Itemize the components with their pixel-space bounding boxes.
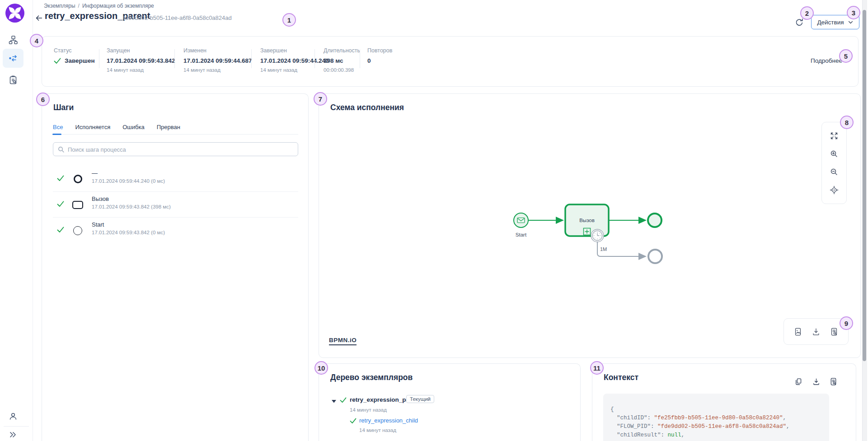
diagram-controls: [821, 122, 847, 204]
sidebar-item-instances[interactable]: [8, 53, 18, 63]
timer-label: 1M: [600, 246, 607, 252]
start-event-label: Start: [516, 232, 527, 237]
download-icon: [812, 327, 821, 336]
step-time: 17.01.2024 09:59:43.842 (398 мс): [92, 204, 171, 209]
user-icon: [8, 411, 18, 421]
annotation-badge-10: 10: [314, 361, 328, 375]
modified-value: 17.01.2024 09:59:44.687: [183, 57, 252, 64]
step-name: —: [92, 170, 98, 176]
copy-context-button[interactable]: [794, 377, 802, 386]
context-json-viewer: { "childID": "fe25fbb9-b505-11ee-9d80-0a…: [603, 394, 829, 441]
sidebar-expand-button[interactable]: [8, 430, 18, 440]
actions-button-label: Действия: [817, 19, 844, 26]
active-tab-underline: [52, 134, 61, 135]
instance-tree-panel: Дерево экземпляров retry_expression_pare…: [319, 363, 581, 441]
tab-interrupted[interactable]: Прерван: [157, 124, 180, 135]
zoom-in-icon: [829, 149, 839, 159]
breadcrumb-current-page: Информация об экземпляре: [82, 3, 154, 9]
diagram-export-toolbar: [784, 318, 849, 345]
step-time: 17.01.2024 09:59:43.842 (0 мс): [92, 230, 165, 235]
sidebar-item-tasks[interactable]: [8, 75, 18, 85]
context-panel-title: Контекст: [604, 373, 638, 382]
steps-panel-title: Шаги: [53, 103, 74, 112]
annotation-badge-5: 5: [839, 49, 853, 63]
page-scrollbar-thumb[interactable]: [863, 10, 866, 361]
download-context-button[interactable]: [812, 377, 821, 386]
tasks-icon: [8, 75, 18, 85]
steps-panel: Шаги Все Исполняется Ошибка Прерван — 17…: [42, 93, 309, 441]
finished-value: 17.01.2024 09:59:44.240: [260, 57, 329, 64]
fit-screen-button[interactable]: [829, 131, 839, 141]
check-icon: [340, 397, 347, 403]
step-row-start-event[interactable]: Start 17.01.2024 09:59:43.842 (0 мс): [53, 218, 298, 243]
annotation-badge-6: 6: [36, 93, 50, 106]
app-root: Экземпляры / Информация об экземпляре re…: [0, 0, 868, 441]
check-icon: [57, 201, 64, 207]
instances-icon: [8, 53, 18, 63]
zoom-out-button[interactable]: [829, 167, 839, 177]
tree-node-child-link[interactable]: retry_expression_child: [359, 417, 418, 424]
retries-value: 0: [367, 57, 371, 64]
duration-exact: 00:00:00.398: [324, 67, 354, 73]
bpmn-start-event[interactable]: Start: [514, 213, 528, 237]
details-link[interactable]: Подробнее: [811, 57, 842, 64]
bpmn-end-event[interactable]: [648, 214, 662, 227]
step-search: [53, 142, 298, 156]
app-logo[interactable]: [5, 3, 25, 23]
logo-icon: [5, 3, 25, 23]
check-icon: [54, 58, 61, 64]
annotation-badge-9: 9: [840, 316, 853, 330]
download-diagram-button[interactable]: [812, 327, 821, 336]
step-search-input[interactable]: [67, 143, 295, 157]
check-icon: [57, 175, 64, 181]
start-event-icon: [72, 218, 84, 243]
tree-node-parent-time: 14 минут назад: [350, 407, 387, 413]
file-search-icon: [830, 327, 839, 336]
breadcrumb-instances-link[interactable]: Экземпляры: [44, 3, 75, 9]
center-focus-icon: [829, 185, 839, 195]
breadcrumb-separator: /: [78, 3, 80, 9]
export-image-button[interactable]: [793, 327, 802, 336]
copy-icon: [794, 377, 802, 386]
zoom-out-icon: [829, 167, 839, 177]
status-divider: [314, 49, 315, 68]
collapse-icon: [8, 430, 18, 440]
refresh-icon: [794, 18, 804, 28]
caret-down-icon: [332, 400, 336, 403]
file-search-icon: [829, 377, 838, 386]
status-card: Статус Завершен Запущен 17.01.2024 09:59…: [42, 36, 859, 87]
bpmn-end-event-timer-path[interactable]: [648, 250, 662, 263]
end-event-icon: [72, 166, 84, 192]
step-row-task[interactable]: Вызов 17.01.2024 09:59:43.842 (398 мс): [53, 192, 298, 218]
refresh-button[interactable]: [794, 18, 804, 28]
tree-collapse-caret[interactable]: [332, 400, 336, 403]
annotation-badge-4: 4: [30, 34, 43, 47]
fit-screen-icon: [829, 131, 839, 141]
zoom-in-button[interactable]: [829, 149, 839, 159]
chevron-down-icon: [848, 19, 854, 25]
annotation-badge-11: 11: [590, 361, 604, 375]
sidebar-item-user[interactable]: [8, 411, 18, 421]
started-label: Запущен: [107, 47, 130, 54]
started-value: 17.01.2024 09:59:43.842: [107, 57, 175, 64]
current-instance-badge: Текущий: [406, 395, 434, 403]
tab-error[interactable]: Ошибка: [122, 124, 144, 135]
sidebar-item-processes[interactable]: [8, 35, 18, 45]
bpmn-canvas[interactable]: Start Вызов 1M: [319, 94, 861, 357]
back-button[interactable]: [34, 14, 43, 23]
center-diagram-button[interactable]: [829, 185, 839, 195]
back-arrow-icon: [34, 14, 43, 23]
tree-panel-title: Дерево экземпляров: [330, 373, 413, 382]
modified-label: Изменен: [183, 47, 206, 54]
step-row-end-event[interactable]: — 17.01.2024 09:59:44.240 (0 мс): [53, 166, 298, 192]
view-diagram-source-button[interactable]: [830, 327, 839, 336]
task-icon: [72, 192, 84, 218]
status-label: Статус: [54, 47, 72, 54]
bpmn-io-logo[interactable]: BPMN.iO: [329, 337, 357, 345]
export-image-icon: [793, 327, 802, 336]
view-context-source-button[interactable]: [829, 377, 838, 386]
annotation-badge-7: 7: [314, 92, 327, 106]
annotation-badge-1: 1: [282, 13, 296, 27]
processes-icon: [8, 35, 18, 45]
tab-running[interactable]: Исполняется: [75, 124, 110, 135]
